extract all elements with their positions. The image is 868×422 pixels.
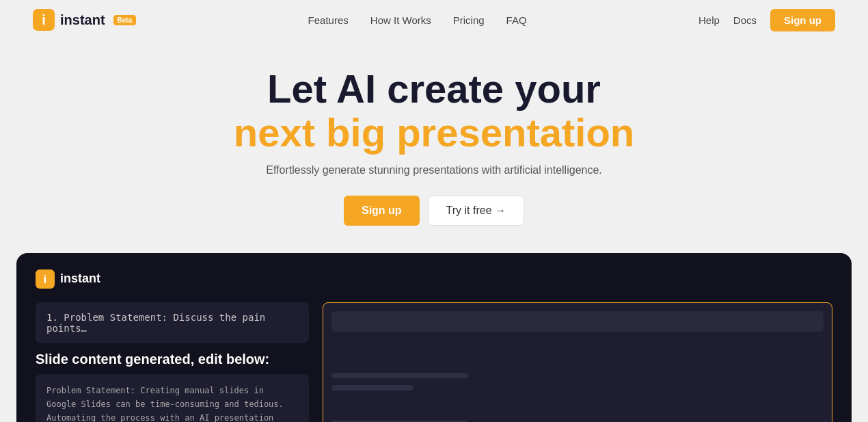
slide-bar	[331, 385, 413, 391]
signup-button-nav[interactable]: Sign up	[770, 9, 835, 31]
navigation: i instant Beta Features How It Works Pri…	[0, 0, 868, 40]
beta-badge: Beta	[113, 15, 137, 25]
slide-bar-row-2	[331, 385, 824, 391]
demo-generated-label: Slide content generated, edit below:	[36, 352, 309, 367]
demo-left-panel: 1. Problem Statement: Discuss the pain p…	[36, 302, 309, 422]
nav-right-links: Help Docs Sign up	[699, 9, 835, 31]
nav-pricing[interactable]: Pricing	[453, 14, 485, 26]
nav-help[interactable]: Help	[699, 14, 720, 26]
slide-bar-row-1	[331, 373, 824, 378]
nav-links: Features How It Works Pricing FAQ	[308, 14, 527, 26]
signup-button-hero[interactable]: Sign up	[344, 196, 420, 226]
demo-text-box[interactable]: Problem Statement: Creating manual slide…	[36, 374, 309, 422]
demo-slide-content	[331, 345, 824, 422]
demo-logo-icon: i	[36, 269, 55, 289]
hero-cta-buttons: Sign up Try it free →	[14, 196, 854, 226]
demo-content-area: 1. Problem Statement: Discuss the pain p…	[36, 302, 832, 422]
hero-title-line1: Let AI create your	[14, 67, 854, 111]
demo-logo-text: instant	[60, 272, 100, 286]
nav-features[interactable]: Features	[308, 14, 349, 26]
nav-docs[interactable]: Docs	[733, 14, 757, 26]
demo-input-box[interactable]: 1. Problem Statement: Discuss the pain p…	[36, 302, 309, 343]
hero-title-line2: next big presentation	[14, 111, 854, 155]
hero-subtitle: Effortlessly generate stunning presentat…	[14, 164, 854, 176]
svg-text:i: i	[44, 273, 47, 286]
hero-section: Let AI create your next big presentation…	[0, 40, 868, 246]
nav-how-it-works[interactable]: How It Works	[370, 14, 431, 26]
demo-slide-top-bar	[331, 311, 824, 332]
try-free-button[interactable]: Try it free →	[428, 196, 524, 226]
svg-text:i: i	[42, 12, 45, 27]
logo-icon: i	[33, 9, 55, 31]
nav-faq[interactable]: FAQ	[506, 14, 527, 26]
slide-bar	[331, 373, 468, 378]
demo-right-panel	[323, 302, 832, 422]
brand-logo[interactable]: i instant Beta	[33, 9, 136, 31]
demo-logo: i instant	[36, 269, 832, 289]
hero-title: Let AI create your next big presentation	[14, 67, 854, 155]
brand-name: instant	[60, 12, 105, 28]
demo-section: i instant 1. Problem Statement: Discuss …	[16, 253, 852, 422]
